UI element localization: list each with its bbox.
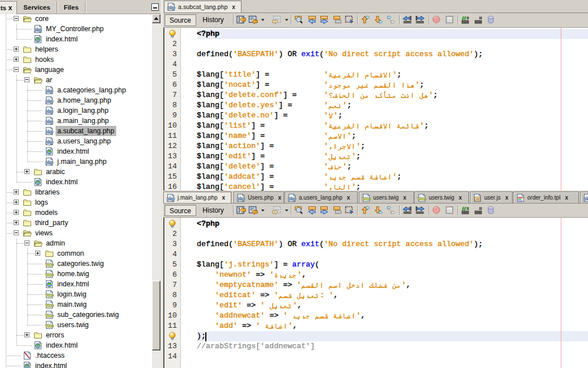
svg-text:php: php [45,129,53,134]
svg-text:php: php [167,196,175,201]
svg-text:TWIG: TWIG [45,303,54,307]
svg-text:php: php [583,196,588,201]
svg-text:php: php [45,99,53,104]
svg-text:TWIG: TWIG [45,324,54,328]
svg-text:TWIG: TWIG [45,273,54,277]
svg-text:php: php [45,160,53,165]
svg-text:TWIG: TWIG [362,197,371,201]
svg-text:php: php [45,139,53,145]
svg-text:php: php [237,196,245,201]
svg-text:TWIG: TWIG [45,263,54,267]
svg-text:php: php [167,5,175,10]
svg-text:php: php [45,119,53,124]
svg-text:php: php [34,27,42,32]
svg-text:TWIG: TWIG [418,197,426,201]
svg-text:php: php [288,196,296,201]
svg-text:JS: JS [476,197,480,200]
svg-text:TWIG: TWIG [45,293,54,297]
svg-text:php: php [45,88,53,94]
svg-text:php: php [45,109,53,114]
svg-text:TWIG: TWIG [45,314,54,318]
